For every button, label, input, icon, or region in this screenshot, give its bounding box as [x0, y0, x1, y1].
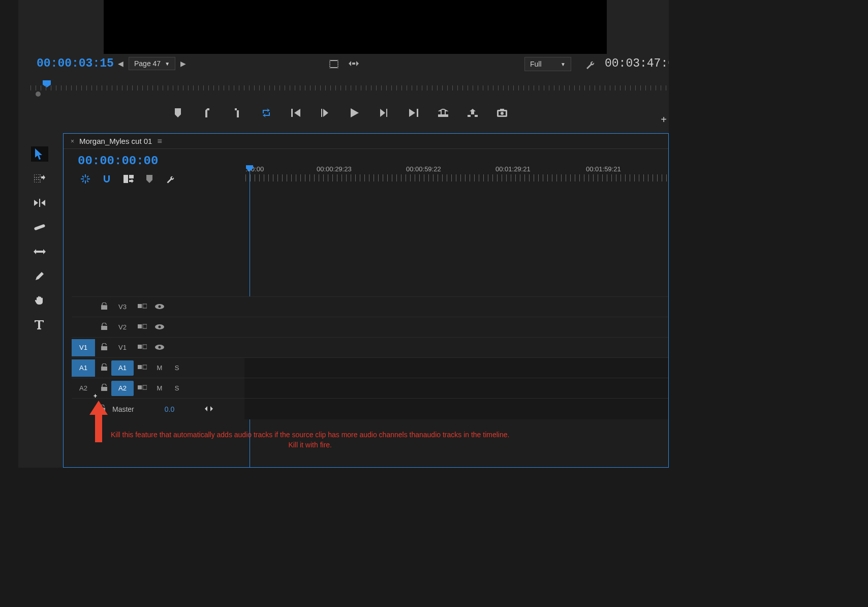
- source-patch-v2[interactable]: [72, 319, 95, 336]
- svg-rect-6: [337, 60, 338, 62]
- slip-tool-icon[interactable]: [31, 244, 48, 259]
- ruler-tick-marks: [245, 174, 668, 181]
- mark-in-icon[interactable]: [202, 108, 212, 118]
- sequence-tab-name[interactable]: Morgan_Myles cut 01: [79, 137, 152, 145]
- mute-button[interactable]: M: [151, 384, 168, 392]
- timeline-tab-row: × Morgan_Myles cut 01 ≡: [64, 134, 668, 149]
- settings-wrench-icon[interactable]: [584, 59, 595, 71]
- sync-lock-icon[interactable]: [134, 364, 151, 372]
- track-header-a1[interactable]: A1 A1 M S: [72, 357, 244, 378]
- annotation-text: Kill this feature that automatically add…: [111, 430, 509, 450]
- insert-as-nest-icon[interactable]: [81, 174, 90, 186]
- zoom-handle-icon[interactable]: [36, 92, 41, 97]
- svg-point-16: [501, 112, 504, 115]
- razor-tool-icon[interactable]: [31, 220, 48, 235]
- track-target-v2[interactable]: V2: [111, 320, 134, 335]
- step-forward-icon[interactable]: [379, 108, 389, 118]
- lock-icon[interactable]: [97, 384, 111, 392]
- svg-rect-38: [101, 367, 107, 371]
- add-track-plus-icon[interactable]: +: [94, 392, 97, 400]
- sync-lock-icon[interactable]: [134, 344, 151, 351]
- toggle-track-output-icon[interactable]: [151, 323, 168, 331]
- snap-icon[interactable]: [102, 174, 111, 186]
- timeline-timecode[interactable]: 00:00:00:00: [78, 154, 158, 168]
- chevron-down-icon: ▼: [165, 61, 170, 67]
- page-next-icon[interactable]: ▶: [180, 59, 186, 68]
- track-bodies[interactable]: [244, 296, 668, 419]
- source-patch-v1[interactable]: V1: [72, 339, 95, 356]
- monitor-ruler[interactable]: [30, 80, 669, 96]
- track-target-v1[interactable]: V1: [111, 340, 134, 355]
- ripple-edit-tool-icon[interactable]: [31, 195, 48, 210]
- panel-menu-icon[interactable]: ≡: [157, 137, 162, 146]
- mark-out-icon[interactable]: [232, 108, 242, 118]
- track-select-forward-tool-icon[interactable]: [31, 171, 48, 186]
- mute-button[interactable]: M: [151, 364, 168, 372]
- close-tab-icon[interactable]: ×: [71, 138, 74, 145]
- selection-tool-icon[interactable]: [31, 146, 48, 162]
- sync-lock-icon[interactable]: [134, 323, 151, 331]
- sync-lock-icon[interactable]: [134, 303, 151, 311]
- source-patch-a2[interactable]: A2: [72, 380, 95, 397]
- timeline-ruler[interactable]: :00:00 00:00:29:23 00:00:59:22 00:01:29:…: [245, 165, 668, 186]
- step-back-icon[interactable]: [320, 108, 330, 118]
- track-body-v1[interactable]: [244, 337, 668, 357]
- lift-icon[interactable]: [438, 108, 448, 118]
- svg-rect-10: [321, 109, 322, 117]
- go-to-in-icon[interactable]: [291, 108, 301, 118]
- svg-rect-43: [143, 385, 147, 389]
- loop-icon[interactable]: [261, 108, 271, 118]
- type-tool-icon[interactable]: [31, 317, 48, 332]
- sync-lock-icon[interactable]: [134, 384, 151, 392]
- lock-icon[interactable]: [97, 323, 111, 331]
- add-marker-icon[interactable]: [173, 108, 183, 118]
- track-target-a1[interactable]: A1: [111, 360, 134, 376]
- tool-palette: [29, 146, 50, 332]
- ruler-ticks: [30, 85, 669, 90]
- extract-icon[interactable]: [468, 108, 478, 118]
- master-level-value[interactable]: 0.0: [165, 405, 174, 413]
- add-marker-timeline-icon[interactable]: [146, 175, 153, 185]
- toggle-track-output-icon[interactable]: [151, 303, 168, 311]
- solo-button[interactable]: S: [168, 384, 185, 392]
- go-to-out-icon[interactable]: [409, 108, 419, 118]
- source-patch-a1[interactable]: A1: [72, 359, 95, 377]
- source-patch-v3[interactable]: [72, 298, 95, 316]
- play-icon[interactable]: [350, 108, 360, 118]
- export-frame-icon[interactable]: [497, 108, 507, 118]
- track-header-v1[interactable]: V1 V1: [72, 337, 244, 357]
- expand-track-icon[interactable]: [205, 405, 213, 413]
- filmstrip-icon[interactable]: [329, 60, 338, 70]
- track-body-master[interactable]: [244, 398, 668, 419]
- markers-icon[interactable]: [349, 60, 359, 70]
- solo-button[interactable]: S: [168, 364, 185, 372]
- svg-rect-39: [138, 365, 142, 369]
- svg-rect-42: [138, 385, 142, 389]
- toggle-track-output-icon[interactable]: [151, 344, 168, 351]
- linked-selection-icon[interactable]: [123, 175, 134, 185]
- track-header-v3[interactable]: V3: [72, 296, 244, 317]
- svg-rect-1: [330, 61, 337, 67]
- track-body-a2[interactable]: [244, 378, 668, 398]
- pen-tool-icon[interactable]: [31, 268, 48, 284]
- hand-tool-icon[interactable]: [31, 293, 48, 308]
- ruler-label: 00:01:59:21: [586, 165, 621, 173]
- track-body-a1[interactable]: [244, 357, 668, 378]
- button-editor-plus-icon[interactable]: +: [661, 114, 667, 126]
- page-prev-icon[interactable]: ◀: [118, 59, 123, 68]
- svg-rect-18: [34, 174, 40, 177]
- track-header-a2[interactable]: A2 A2 M S: [72, 378, 244, 398]
- svg-rect-41: [101, 387, 107, 391]
- page-select[interactable]: Page 47 ▼: [129, 57, 175, 70]
- track-target-v3[interactable]: V3: [111, 299, 134, 315]
- resolution-select[interactable]: Full ▼: [524, 57, 571, 71]
- lock-icon[interactable]: [97, 302, 111, 311]
- track-target-a2[interactable]: A2: [111, 381, 134, 396]
- timeline-settings-wrench-icon[interactable]: [165, 174, 174, 186]
- track-header-v2[interactable]: V2: [72, 317, 244, 337]
- monitor-timecode-left[interactable]: 00:00:03:15: [37, 57, 114, 70]
- track-body-v3[interactable]: [244, 296, 668, 317]
- lock-icon[interactable]: [97, 363, 111, 372]
- lock-icon[interactable]: [97, 343, 111, 352]
- track-body-v2[interactable]: [244, 317, 668, 337]
